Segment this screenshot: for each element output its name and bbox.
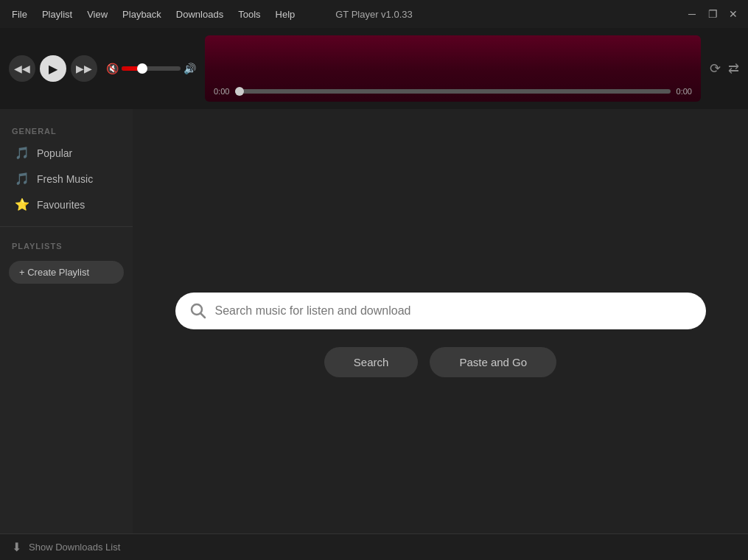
progress-thumb (235, 87, 244, 96)
volume-area: 🔇 🔊 (106, 63, 196, 74)
paste-and-go-button[interactable]: Paste and Go (430, 347, 556, 377)
next-button[interactable]: ▶▶ (71, 55, 97, 82)
progress-bar: 0:00 0:00 (214, 87, 692, 96)
downloads-icon: ⬇ (12, 540, 21, 554)
menu-view[interactable]: View (81, 6, 113, 23)
time-end: 0:00 (677, 87, 692, 96)
status-bar: ⬇ Show Downloads List (0, 533, 748, 560)
search-input[interactable] (215, 304, 691, 318)
app-title: GT Player v1.0.33 (335, 9, 413, 20)
sidebar-item-fresh-music[interactable]: 🎵 Fresh Music (3, 166, 130, 192)
search-buttons: Search Paste and Go (324, 347, 556, 377)
time-start: 0:00 (214, 87, 229, 96)
sidebar-item-fresh-music-label: Fresh Music (37, 173, 93, 185)
sidebar-item-favourites[interactable]: ⭐ Favourites (3, 192, 130, 217)
create-playlist-button[interactable]: + Create Playlist (9, 261, 124, 284)
search-icon (190, 303, 206, 319)
close-button[interactable]: ✕ (724, 5, 742, 23)
volume-high-icon: 🔊 (183, 63, 196, 74)
playlists-section-label: PLAYLISTS (0, 236, 133, 255)
menu-playback[interactable]: Playback (116, 6, 167, 23)
favourites-icon: ⭐ (15, 197, 29, 211)
window-controls: ─ ❐ ✕ (683, 5, 742, 23)
search-button[interactable]: Search (324, 347, 419, 377)
transport-controls: ◀◀ ▶ ▶▶ (9, 55, 97, 82)
volume-slider[interactable] (122, 66, 181, 71)
sidebar-item-popular[interactable]: 🎵 Popular (3, 140, 130, 166)
repeat-button[interactable]: ⟳ (710, 60, 721, 77)
main-content: Search Paste and Go (133, 109, 748, 560)
shuffle-button[interactable]: ⇄ (728, 60, 739, 77)
popular-icon: 🎵 (15, 146, 29, 160)
titlebar: File Playlist View Playback Downloads To… (0, 0, 748, 28)
sidebar-item-popular-label: Popular (37, 147, 72, 159)
show-downloads-button[interactable]: Show Downloads List (29, 542, 120, 553)
menu-file[interactable]: File (6, 6, 33, 23)
search-box (175, 293, 706, 329)
volume-icon: 🔇 (106, 63, 119, 74)
player-track-area: 0:00 0:00 (205, 35, 701, 102)
previous-button[interactable]: ◀◀ (9, 55, 35, 82)
svg-line-1 (200, 313, 205, 318)
maximize-button[interactable]: ❐ (704, 5, 721, 23)
sidebar-item-favourites-label: Favourites (37, 199, 85, 211)
play-button[interactable]: ▶ (40, 55, 66, 82)
fresh-music-icon: 🎵 (15, 172, 29, 186)
sidebar-divider (0, 226, 133, 227)
sidebar: GENERAL 🎵 Popular 🎵 Fresh Music ⭐ Favour… (0, 109, 133, 560)
menu-tools[interactable]: Tools (232, 6, 266, 23)
menu-downloads[interactable]: Downloads (170, 6, 229, 23)
volume-thumb (137, 63, 147, 74)
main-layout: GENERAL 🎵 Popular 🎵 Fresh Music ⭐ Favour… (0, 109, 748, 560)
player-bar: ◀◀ ▶ ▶▶ 🔇 🔊 0:00 0:00 ⟳ ⇄ (0, 28, 748, 109)
progress-track[interactable] (235, 89, 670, 94)
volume-fill (122, 66, 142, 71)
menu-help[interactable]: Help (270, 6, 301, 23)
menu-playlist[interactable]: Playlist (36, 6, 78, 23)
search-container: Search Paste and Go (175, 293, 706, 377)
minimize-button[interactable]: ─ (683, 5, 701, 23)
player-right-controls: ⟳ ⇄ (710, 60, 739, 77)
general-section-label: GENERAL (0, 121, 133, 140)
